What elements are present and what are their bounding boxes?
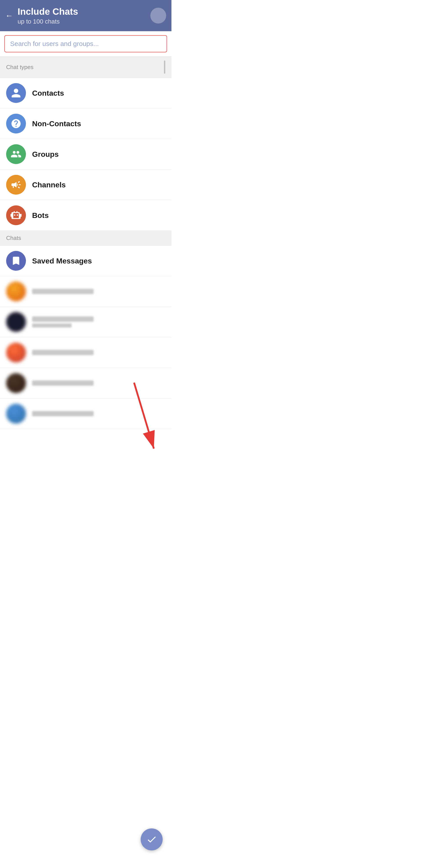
channels-icon-circle — [6, 175, 26, 195]
list-item-non-contacts[interactable]: Non-Contacts — [0, 108, 171, 139]
blurred-text-1 — [32, 289, 165, 294]
blurred-sub-2 — [32, 323, 72, 328]
avatar — [150, 8, 166, 24]
blurred-name-4 — [32, 380, 94, 386]
blurred-avatar-3 — [6, 343, 26, 363]
person-icon — [10, 88, 22, 98]
section-header-chat-types: Chat types — [0, 57, 171, 78]
blurred-name-1 — [32, 289, 94, 294]
groups-icon-circle — [6, 144, 26, 164]
back-button[interactable]: ← — [5, 12, 13, 20]
page-subtitle: up to 100 chats — [18, 18, 146, 25]
saved-messages-icon-circle — [6, 251, 26, 271]
page-title: Include Chats — [18, 6, 146, 17]
megaphone-icon — [10, 179, 22, 190]
section-label-chat-types: Chat types — [6, 64, 33, 70]
page-header: ← Include Chats up to 100 chats — [0, 0, 171, 31]
channels-label: Channels — [32, 181, 66, 189]
checkmark-icon — [146, 834, 157, 845]
list-item-bots[interactable]: Bots — [0, 200, 171, 231]
blurred-avatar-5 — [6, 404, 26, 424]
fab-container — [141, 829, 163, 850]
blurred-avatar-1 — [6, 281, 26, 301]
list-item-saved-messages[interactable]: Saved Messages — [0, 246, 171, 276]
blurred-name-2 — [32, 316, 94, 322]
blurred-text-4 — [32, 380, 165, 386]
blurred-chat-4[interactable] — [0, 368, 171, 399]
blurred-text-3 — [32, 350, 165, 355]
list-item-channels[interactable]: Channels — [0, 169, 171, 200]
list-item-contacts[interactable]: Contacts — [0, 78, 171, 108]
contacts-label: Contacts — [32, 89, 64, 97]
scrollbar — [164, 60, 165, 74]
groups-label: Groups — [32, 150, 59, 159]
blurred-avatar-4 — [6, 373, 26, 393]
blurred-chat-5[interactable] — [0, 399, 171, 429]
search-container — [0, 31, 171, 57]
confirm-fab-button[interactable] — [141, 829, 163, 850]
non-contacts-label: Non-Contacts — [32, 119, 81, 128]
blurred-text-5 — [32, 411, 165, 416]
list-item-groups[interactable]: Groups — [0, 139, 171, 169]
bookmark-icon — [10, 255, 22, 266]
search-input[interactable] — [4, 35, 167, 52]
bots-icon-circle — [6, 206, 26, 225]
blurred-name-5 — [32, 411, 94, 416]
section-label-chats: Chats — [6, 235, 21, 242]
header-text: Include Chats up to 100 chats — [18, 6, 146, 25]
blurred-text-2 — [32, 316, 165, 328]
non-contacts-icon-circle — [6, 114, 26, 133]
blurred-chat-1[interactable] — [0, 276, 171, 307]
blurred-chat-3[interactable] — [0, 337, 171, 368]
section-header-chats: Chats — [0, 231, 171, 246]
bot-icon — [10, 210, 22, 221]
group-icon — [10, 149, 22, 160]
blurred-name-3 — [32, 350, 94, 355]
blurred-chat-2[interactable] — [0, 307, 171, 337]
question-icon — [10, 118, 22, 129]
contacts-icon-circle — [6, 83, 26, 103]
bots-label: Bots — [32, 211, 49, 220]
blurred-avatar-2 — [6, 312, 26, 332]
saved-messages-label: Saved Messages — [32, 257, 92, 265]
